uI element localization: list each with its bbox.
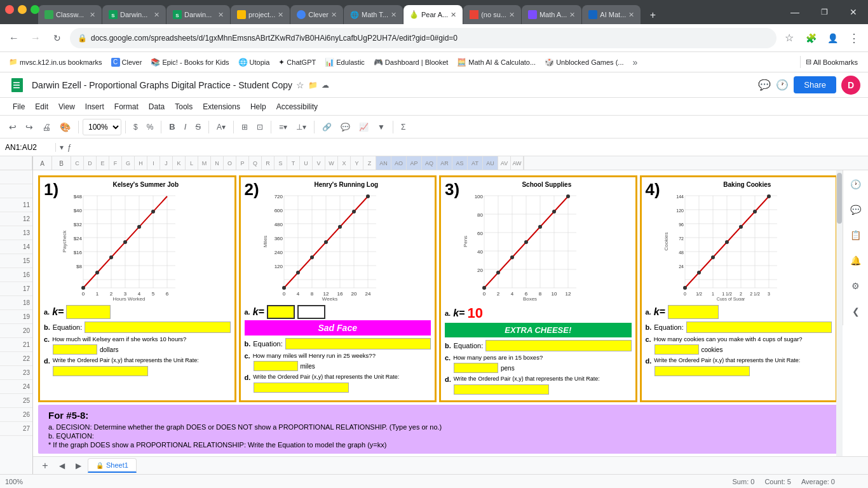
sheet-nav-left-btn[interactable]: ◀ (55, 459, 69, 473)
bookmark-utopia[interactable]: 🌐 Utopia (234, 56, 274, 69)
tab-darwin1[interactable]: S Darwin... ✕ (102, 5, 166, 24)
side-panel-icon-2[interactable]: 💬 (847, 201, 865, 219)
bookmark-epic[interactable]: 📚 Epic! - Books for Kids (147, 56, 233, 69)
toolbar-filter-btn[interactable]: ▼ (374, 119, 389, 135)
tab-close-ai-math[interactable]: ✕ (628, 11, 634, 19)
toolbar-chart-btn[interactable]: 📈 (355, 119, 372, 135)
prob1-word-answer-input[interactable] (53, 344, 97, 355)
prob4-eq-input[interactable] (686, 322, 832, 333)
toolbar-align-btn[interactable]: ≡▾ (275, 119, 291, 135)
prob2-k-input2[interactable] (297, 305, 325, 319)
tab-classwork[interactable]: Classw... ✕ (38, 5, 102, 24)
bookmark-blooket[interactable]: 🎮 Dashboard | Blooket (370, 56, 452, 69)
col-header-a[interactable]: A (33, 156, 52, 170)
zoom-select[interactable]: 100% (83, 119, 121, 135)
bookmarks-overflow-btn[interactable]: » (629, 55, 642, 69)
prob4-k-input[interactable] (668, 305, 719, 319)
prob2-eq-input[interactable] (285, 338, 431, 349)
menu-item-view[interactable]: View (53, 100, 80, 113)
share-btn[interactable]: Share (794, 76, 836, 93)
tab-close-classwork[interactable]: ✕ (90, 11, 95, 19)
toolbar-paintformat-btn[interactable]: 🎨 (56, 119, 74, 135)
tab-ai-math[interactable]: AI Mat... ✕ (582, 5, 641, 24)
close-window-btn[interactable] (5, 5, 14, 14)
toolbar-function-btn[interactable]: Σ (397, 119, 409, 135)
menu-item-edit[interactable]: Edit (30, 100, 53, 113)
refresh-btn[interactable]: ↻ (48, 29, 66, 47)
sheet-nav-right-btn[interactable]: ▶ (71, 459, 85, 473)
bookmark-edulastic[interactable]: 📊 Edulastic (321, 56, 369, 69)
prob1-ordered-pair-input[interactable] (53, 366, 148, 376)
side-panel-icon-1[interactable]: 🕐 (847, 175, 865, 193)
menu-item-file[interactable]: File (8, 100, 30, 113)
history-icon[interactable]: 🕐 (776, 79, 789, 91)
tab-close-project[interactable]: ✕ (278, 11, 283, 19)
all-bookmarks-btn[interactable]: ⊟ All Bookmarks (800, 56, 863, 68)
formula-input[interactable] (76, 143, 863, 152)
prob3-eq-input[interactable] (485, 340, 631, 351)
close-btn[interactable]: ✕ (839, 0, 868, 24)
vertical-scrollbar[interactable] (836, 170, 843, 456)
tab-close-math-t[interactable]: ✕ (391, 11, 397, 19)
toolbar-valign-btn[interactable]: ⊥▾ (292, 119, 310, 135)
toolbar-link-btn[interactable]: 🔗 (318, 119, 336, 135)
prob1-k-input[interactable] (66, 305, 111, 319)
prob2-k-input1[interactable] (267, 305, 295, 319)
tab-close-darwin1[interactable]: ✕ (154, 11, 159, 19)
profile-btn[interactable]: 👤 (824, 29, 841, 47)
menu-item-tools[interactable]: Tools (170, 100, 198, 113)
toolbar-comment-btn[interactable]: 💬 (337, 119, 354, 135)
menu-item-data[interactable]: Data (144, 100, 170, 113)
bookmark-btn[interactable]: ☆ (780, 29, 798, 47)
add-sheet-btn[interactable]: + (38, 459, 52, 473)
toolbar-borders-btn[interactable]: ⊞ (238, 119, 252, 135)
toolbar-currency-btn[interactable]: $ (130, 119, 142, 135)
prob3-ordered-pair-input[interactable] (454, 384, 549, 395)
minimize-btn[interactable]: — (780, 0, 810, 24)
bookmark-unblocked[interactable]: 🎲 Unblocked Games (... (541, 56, 627, 69)
menu-item-extensions[interactable]: Extensions (198, 100, 245, 113)
star-icon[interactable]: ☆ (296, 80, 304, 90)
toolbar-print-btn[interactable]: 🖨 (38, 119, 55, 135)
toolbar-bold-btn[interactable]: B (165, 119, 179, 135)
maximize-window-btn[interactable] (31, 5, 39, 14)
side-panel-expand[interactable]: ❮ (847, 302, 865, 320)
minimize-window-btn[interactable] (18, 5, 27, 14)
toolbar-strikethrough-btn[interactable]: S (191, 119, 205, 135)
toolbar-italic-btn[interactable]: I (180, 119, 191, 135)
prob4-word-answer-input[interactable] (654, 344, 699, 355)
toolbar-fillcolor-btn[interactable]: A▾ (213, 119, 229, 135)
address-bar[interactable]: 🔒 docs.google.com/spreadsheets/d/1gxMhnE… (70, 28, 776, 48)
tab-close-math-a[interactable]: ✕ (569, 11, 575, 19)
menu-item-accessibility[interactable]: Accessibility (271, 100, 323, 113)
comments-icon[interactable]: 💬 (758, 79, 771, 91)
tab-pear-a[interactable]: 🍐 Pear A... ✕ (403, 5, 463, 24)
bookmark-chatgpt[interactable]: ✦ ChatGPT (275, 56, 320, 69)
side-panel-icon-5[interactable]: ⚙ (847, 277, 865, 295)
tab-close-pear-a[interactable]: ✕ (451, 11, 456, 19)
tab-darwin2[interactable]: S Darwin... ✕ (166, 5, 230, 24)
col-header-b[interactable]: B (52, 156, 71, 170)
user-avatar[interactable]: D (841, 76, 860, 95)
sheet-tab-sheet1[interactable]: 🔒 Sheet1 (88, 458, 137, 473)
extensions-btn[interactable]: 🧩 (802, 29, 820, 47)
menu-item-format[interactable]: Format (109, 100, 144, 113)
expand-formula-icon[interactable]: ▾ (60, 143, 64, 152)
prob2-word-answer-input[interactable] (254, 361, 298, 371)
restore-btn[interactable]: ❐ (810, 0, 839, 24)
move-icon[interactable]: 📁 (308, 81, 318, 90)
tab-close-no-subject[interactable]: ✕ (509, 11, 515, 19)
toolbar-undo-btn[interactable]: ↩ (5, 119, 20, 135)
new-tab-btn[interactable]: + (644, 6, 661, 24)
side-panel-icon-4[interactable]: 🔔 (847, 252, 865, 269)
prob3-word-answer-input[interactable] (454, 363, 498, 373)
bookmark-math-ai[interactable]: 🧮 Math AI & Calculato... (453, 56, 539, 69)
toolbar-percent-btn[interactable]: % (143, 119, 158, 135)
prob2-ordered-pair-input[interactable] (254, 383, 349, 393)
menu-item-help[interactable]: Help (245, 100, 271, 113)
tab-close-darwin2[interactable]: ✕ (218, 11, 224, 19)
tab-no-subject[interactable]: (no su... ✕ (463, 5, 521, 24)
tab-math-t[interactable]: 🌐 Math T... ✕ (344, 5, 403, 24)
side-panel-icon-3[interactable]: 📋 (847, 226, 865, 244)
bookmark-folder[interactable]: 📁 mvsc.k12.in.us bookmarks (5, 56, 106, 68)
